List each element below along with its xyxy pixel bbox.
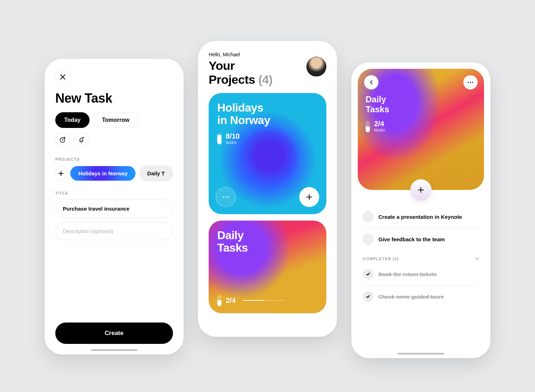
completed-tasks-list: Book the return tickets Check some guide… [358,263,484,308]
reminder-button[interactable] [74,132,89,147]
svg-point-5 [470,82,471,83]
project-card-daily[interactable]: Daily Tasks 2/4 [209,221,326,313]
chip-tomorrow[interactable]: Tomorrow [93,112,138,128]
task-item: Book the return tickets [363,263,479,285]
projects-title-line2: Projects [209,73,255,86]
svg-point-6 [472,82,473,83]
svg-point-1 [223,196,224,198]
chevron-down-icon [475,257,479,260]
more-icon [468,82,473,83]
add-task-fab[interactable] [410,179,432,201]
home-indicator [91,349,137,351]
project-chip-other[interactable]: Daily T [139,166,173,181]
svg-point-4 [468,82,469,83]
screen-daily-tasks: Daily Tasks 2/4 tasks Create a presentat… [351,62,490,358]
title-section: TITLE [55,191,173,240]
screen-new-task: New Task Today Tomorrow PROJECTS H [45,59,184,355]
task-checkbox[interactable] [363,211,373,222]
daily-header-title-l1: Daily [366,94,386,104]
task-count: 2/4 tasks [366,120,476,133]
greeting: Hello, Michael [209,52,326,57]
clock-plus-icon [59,136,66,143]
project-card-title: Holidays in Norway [217,102,318,127]
schedule-button[interactable] [55,132,70,147]
plus-icon [306,194,313,201]
project-card-title-l1: Daily [217,229,244,242]
daily-header-title: Daily Tasks [366,94,476,114]
task-count-main: 8/10 [226,133,240,140]
daily-header-title-l2: Tasks [366,104,389,114]
project-card-norway[interactable]: Holidays in Norway 8/10 tasks [209,93,326,214]
project-card-title-l1: Holidays [217,101,263,114]
task-text: Check some guided tours [378,294,444,300]
add-project-button[interactable] [55,166,67,181]
date-chip-row: Today Tomorrow [55,112,173,128]
task-count: 2/4 [217,295,286,306]
task-item: Give feedback to the team [363,228,479,250]
task-checkbox[interactable] [363,234,373,244]
check-icon [366,272,370,276]
project-card-title-l2: in Norway [217,114,270,127]
create-button[interactable]: Create [55,323,173,344]
more-icon [222,196,229,198]
card-add-button[interactable] [299,187,319,207]
description-input[interactable] [55,222,173,240]
projects-title-line1: Your [209,59,235,72]
more-button[interactable] [463,75,478,89]
project-chip-selected[interactable]: Holidays in Norway [70,166,135,181]
project-card-title-l2: Tasks [217,241,248,254]
screen-projects: Hello, Michael Your Projects (4) Holiday… [198,41,337,337]
icon-chip-row [55,132,173,147]
projects-section-label: PROJECTS [55,157,173,161]
completed-section-header[interactable]: COMPLETED (2) [358,250,484,263]
task-count-main: 2/4 [226,297,236,304]
close-button[interactable] [55,69,70,84]
progress-pill [366,121,370,132]
check-icon [366,295,370,298]
chip-today[interactable]: Today [55,112,90,128]
project-card-title: Daily Tasks [217,229,318,254]
avatar[interactable] [306,57,326,77]
projects-row: Holidays in Norway Daily T [55,166,173,181]
task-count-sub: tasks [226,140,240,145]
svg-point-2 [225,196,226,198]
daily-tasks-header-card: Daily Tasks 2/4 tasks [358,69,484,190]
task-count: 8/10 tasks [217,133,318,145]
progress-pill [217,295,221,306]
svg-point-3 [228,196,229,198]
back-button[interactable] [364,75,378,89]
plus-icon [417,186,424,194]
plus-icon [58,171,64,176]
task-count-sub: tasks [374,127,385,133]
task-checkbox-done[interactable] [363,269,373,279]
progress-pill [217,133,221,144]
card-more-button[interactable] [216,187,236,207]
task-item: Create a presentation in Keynote [363,206,479,228]
projects-section: PROJECTS Holidays in Norway Daily T [55,157,173,181]
title-section-label: TITLE [55,191,173,195]
page-title: New Task [55,91,173,106]
open-tasks-list: Create a presentation in Keynote Give fe… [358,206,484,250]
projects-count: (4) [258,73,272,86]
chevron-left-icon [370,80,373,85]
task-count-main: 2/4 [374,120,385,127]
task-item: Check some guided tours [363,285,479,308]
close-icon [60,74,66,80]
task-text: Book the return tickets [378,271,437,277]
task-text: Create a presentation in Keynote [378,214,462,220]
task-checkbox-done[interactable] [363,291,373,302]
completed-label: COMPLETED (2) [363,257,399,261]
bell-plus-icon [78,136,85,143]
task-text: Give feedback to the team [378,236,445,242]
title-input[interactable] [55,200,173,218]
home-indicator [398,353,444,355]
